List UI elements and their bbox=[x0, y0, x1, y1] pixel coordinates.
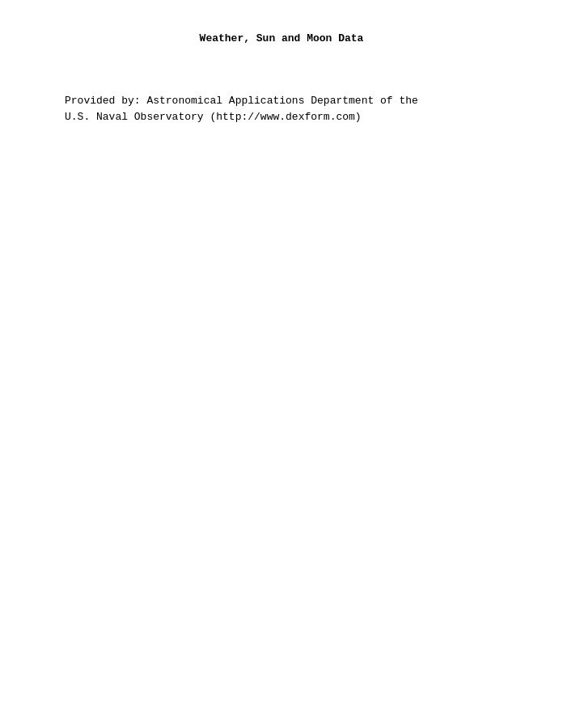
attribution: Provided by: Astronomical Applications D… bbox=[65, 93, 498, 125]
page-container: Weather, Sun and Moon Data Provided by: … bbox=[0, 0, 563, 728]
attribution-line2: U.S. Naval Observatory (http://www.dexfo… bbox=[65, 111, 362, 123]
attribution-line1: Provided by: Astronomical Applications D… bbox=[65, 95, 418, 107]
page-title: Weather, Sun and Moon Data bbox=[65, 32, 498, 44]
